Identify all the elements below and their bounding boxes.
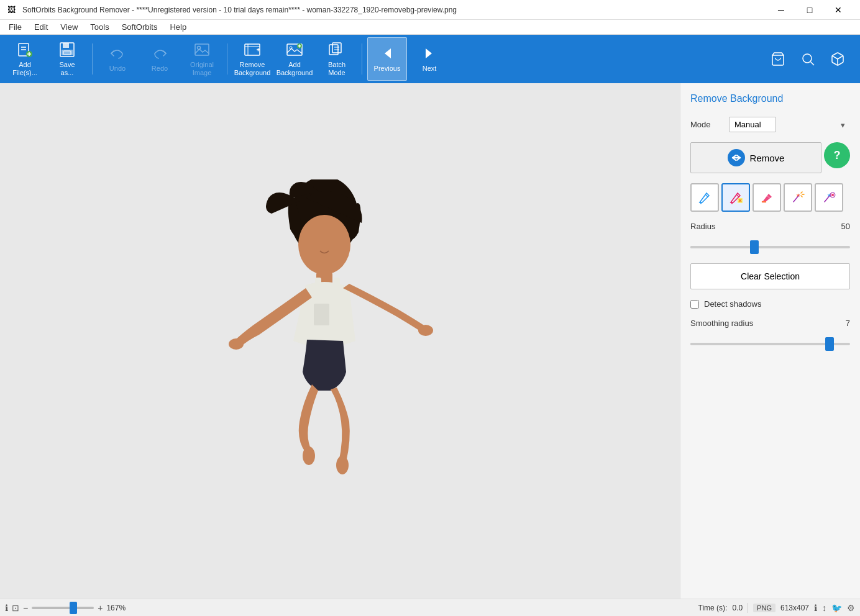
zoom-in-icon[interactable]: + <box>98 603 103 613</box>
menu-view[interactable]: View <box>54 21 84 33</box>
original-image-button[interactable]: OriginalImage <box>182 37 222 81</box>
remove-background-label: RemoveBackground <box>234 61 271 77</box>
clear-selection-button[interactable]: Clear Selection <box>690 263 850 289</box>
svg-point-37 <box>303 446 315 465</box>
radius-slider-thumb[interactable] <box>750 240 759 254</box>
radius-value: 50 <box>831 222 850 231</box>
detect-shadows-checkbox[interactable] <box>690 300 699 309</box>
info-icon[interactable]: ℹ <box>5 603 8 613</box>
eraser-tool[interactable] <box>752 183 781 212</box>
previous-label: Previous <box>374 65 401 73</box>
add-background-icon <box>286 41 303 58</box>
toolbar-right <box>766 47 855 71</box>
svg-rect-7 <box>63 43 69 48</box>
next-button[interactable]: Next <box>409 37 449 81</box>
add-files-icon <box>16 41 34 58</box>
menu-file[interactable]: File <box>2 21 28 33</box>
magic-wand-add-tool[interactable] <box>784 183 812 212</box>
status-settings-icon[interactable]: ⚙ <box>847 603 855 613</box>
remove-pencil-tool[interactable] <box>721 183 750 212</box>
crop-icon[interactable]: ⊡ <box>12 603 19 613</box>
add-background-button[interactable]: AddBackground <box>275 37 314 81</box>
title-bar: 🖼 SoftOrbits Background Remover - ****Un… <box>0 0 860 20</box>
close-button[interactable]: ✕ <box>824 0 853 20</box>
zoom-track <box>32 607 94 609</box>
status-info-icon[interactable]: ℹ <box>814 603 817 613</box>
menu-edit[interactable]: Edit <box>28 21 54 33</box>
mode-row: Mode Manual Automatic <box>690 117 850 132</box>
radius-slider-container[interactable] <box>690 241 850 253</box>
previous-button[interactable]: Previous <box>367 37 407 81</box>
remove-button-label: Remove <box>750 153 785 163</box>
dimensions-value: 613x407 <box>780 604 809 612</box>
detect-shadows-label[interactable]: Detect shadows <box>704 299 762 309</box>
svg-marker-26 <box>385 48 391 58</box>
smoothing-radius-slider-container[interactable] <box>690 338 850 350</box>
next-icon <box>421 45 438 62</box>
menu-tools[interactable]: Tools <box>84 21 115 33</box>
undo-button[interactable]: Undo <box>98 37 137 81</box>
mode-label: Mode <box>690 120 721 129</box>
redo-label: Redo <box>152 65 168 73</box>
cube-button[interactable] <box>825 47 850 71</box>
cart-button[interactable] <box>766 47 790 71</box>
format-badge: PNG <box>753 604 775 612</box>
smoothing-radius-slider-thumb[interactable] <box>825 337 834 351</box>
zoom-slider[interactable] <box>32 607 94 609</box>
remove-background-button[interactable]: RemoveBackground <box>232 37 272 81</box>
batch-mode-button[interactable]: BatchMode <box>317 37 357 81</box>
window-title: SoftOrbits Background Remover - ****Unre… <box>22 6 767 14</box>
radius-label: Radius <box>690 222 715 231</box>
original-image-label: OriginalImage <box>190 61 214 77</box>
zoom-thumb[interactable] <box>70 602 77 614</box>
svg-rect-41 <box>314 304 329 325</box>
svg-line-42 <box>705 194 708 197</box>
toolbar-sep-1 <box>92 43 93 75</box>
mode-select-wrapper: Manual Automatic <box>729 117 850 132</box>
time-label: Time (s): <box>698 604 728 612</box>
status-bar-left: ℹ ⊡ − + 167% <box>5 603 693 613</box>
save-as-button[interactable]: Saveas... <box>47 37 87 81</box>
maximize-button[interactable]: □ <box>795 0 824 20</box>
app-icon: 🖼 <box>7 5 17 15</box>
radius-slider-fill <box>690 246 754 248</box>
svg-line-43 <box>736 194 739 197</box>
time-value: 0.0 <box>732 604 743 612</box>
mode-select[interactable]: Manual Automatic <box>729 117 776 132</box>
menu-bar: File Edit View Tools SoftOrbits Help <box>0 20 860 35</box>
search-button[interactable] <box>795 47 820 71</box>
smoothing-radius-label: Smoothing radius <box>690 319 753 328</box>
keep-pencil-tool[interactable] <box>690 183 719 212</box>
batch-mode-icon <box>328 41 345 58</box>
remove-btn-icon <box>728 149 745 166</box>
help-button[interactable]: ? <box>824 142 850 168</box>
magic-wand-remove-tool[interactable] <box>815 183 843 212</box>
tool-buttons-row <box>690 183 850 212</box>
image-container <box>209 179 470 502</box>
redo-button[interactable]: Redo <box>140 37 180 81</box>
smoothing-radius-row: Smoothing radius 7 <box>690 319 850 328</box>
redo-icon <box>151 45 168 62</box>
status-bar: ℹ ⊡ − + 167% Time (s): 0.0 PNG 613x407 ℹ… <box>0 599 860 616</box>
smoothing-radius-value: 7 <box>831 319 850 328</box>
add-background-label: AddBackground <box>277 61 313 77</box>
status-social-icon[interactable]: 🐦 <box>831 603 842 613</box>
status-share-icon[interactable]: ↕ <box>822 603 826 613</box>
radius-row: Radius 50 <box>690 222 850 231</box>
svg-point-29 <box>803 54 812 63</box>
add-files-label: AddFile(s)... <box>12 61 37 77</box>
remove-button[interactable]: Remove <box>690 142 821 173</box>
zoom-value: 167% <box>106 604 126 612</box>
add-files-button[interactable]: AddFile(s)... <box>5 37 45 81</box>
menu-help[interactable]: Help <box>163 21 193 33</box>
svg-point-38 <box>336 456 349 474</box>
main-content: Remove Background Mode Manual Automatic <box>0 83 860 599</box>
canvas-area[interactable] <box>0 83 680 599</box>
minimize-button[interactable]: ─ <box>767 0 795 20</box>
svg-line-49 <box>801 192 802 193</box>
menu-softorbits[interactable]: SoftOrbits <box>116 21 164 33</box>
radius-slider-track <box>690 246 850 248</box>
next-label: Next <box>423 65 437 73</box>
zoom-out-icon[interactable]: − <box>23 603 28 613</box>
toolbar-sep-2 <box>227 43 227 75</box>
